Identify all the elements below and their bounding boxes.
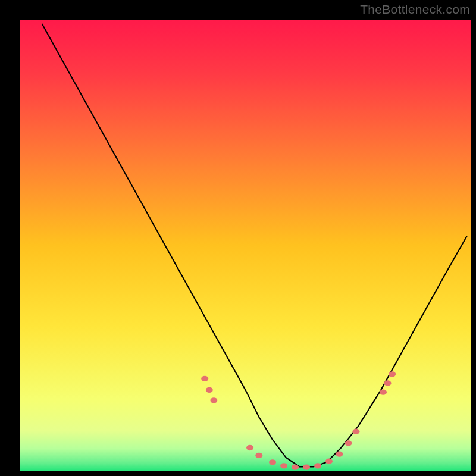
curve-marker	[269, 459, 276, 465]
curve-marker	[345, 440, 352, 446]
curve-marker	[201, 376, 208, 381]
curve-marker	[325, 459, 333, 464]
watermark-text: TheBottleneck.com	[360, 2, 470, 17]
curve-marker	[206, 387, 213, 393]
curve-marker	[380, 389, 387, 394]
curve-marker	[255, 453, 262, 458]
curve-marker	[389, 371, 396, 377]
chart-svg	[0, 0, 476, 476]
plot-background	[20, 20, 471, 471]
curve-marker	[210, 397, 217, 403]
chart-canvas: TheBottleneck.com	[0, 0, 476, 476]
curve-marker	[352, 429, 359, 434]
curve-marker	[314, 463, 321, 468]
curve-marker	[246, 445, 253, 450]
curve-marker	[292, 464, 299, 469]
curve-marker	[303, 464, 310, 469]
curve-marker	[280, 463, 287, 468]
curve-marker	[336, 451, 343, 456]
curve-marker	[384, 380, 392, 386]
